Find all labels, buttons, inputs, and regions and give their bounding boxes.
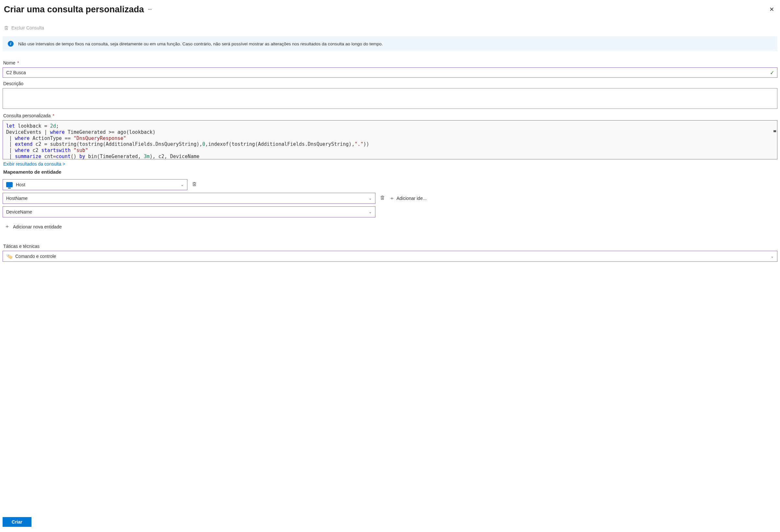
add-identifier-label: Adicionar ide... [396,196,427,201]
trash-icon [4,25,9,31]
entity-type-select[interactable]: Host ⌄ [3,179,187,190]
required-icon: * [16,60,19,65]
add-identifier-button[interactable]: ＋ Adicionar ide... [389,195,427,202]
page-title-text: Criar uma consulta personalizada [4,5,144,14]
trash-icon [192,181,197,187]
name-input[interactable] [3,67,777,78]
identifier-value-select[interactable]: DeviceName ⌄ [3,206,376,217]
view-results-link[interactable]: Exibir resultados da consulta > [3,161,65,166]
identifier-value-text: DeviceName [6,209,32,214]
entity-type-value: Host [16,182,25,187]
name-label: Nome * [3,60,777,65]
identifier-key-value: HostName [6,196,28,201]
plus-icon: ＋ [5,223,10,230]
delete-query-button[interactable]: Excluir Consulta [4,23,44,33]
chevron-down-icon: ⌄ [369,196,372,201]
host-icon [6,182,13,187]
info-banner-text: Não use intervalos de tempo fixos na con… [18,42,383,46]
tactics-label: Táticas e técnicas [3,244,777,249]
tactics-value: Comando e controle [15,254,56,259]
trash-icon [380,195,385,200]
name-label-text: Nome [3,60,15,65]
more-actions-icon[interactable]: ··· [148,7,152,12]
chevron-down-icon: ⌄ [369,210,372,214]
close-button[interactable]: ✕ [767,4,776,15]
add-entity-button[interactable]: ＋ Adicionar nova entidade [5,223,62,230]
plus-icon: ＋ [389,195,395,202]
custom-query-editor[interactable]: let lookback = 2d; DeviceEvents | where … [3,120,777,159]
entity-mapping-heading: Mapeamento de entidade [3,169,777,175]
chevron-down-icon: ⌄ [181,182,184,187]
delete-identifier-button[interactable] [380,195,385,202]
tactic-icon: 🏷️ [5,253,13,260]
delete-entity-button[interactable] [192,181,197,188]
custom-query-label: Consulta personalizada * [3,113,777,118]
identifier-key-select[interactable]: HostName ⌄ [3,193,376,204]
description-input[interactable] [3,88,777,109]
add-entity-label: Adicionar nova entidade [13,224,62,229]
chevron-down-icon: ⌄ [771,254,774,259]
page-title: Criar uma consulta personalizada ··· [4,5,152,14]
required-icon: * [51,113,54,118]
description-label: Descrição [3,81,777,86]
check-icon: ✓ [770,70,774,76]
custom-query-label-text: Consulta personalizada [3,113,51,118]
info-banner: i Não use intervalos de tempo fixos na c… [3,36,777,51]
toolbar: Excluir Consulta [3,21,777,35]
delete-query-label: Excluir Consulta [11,25,44,31]
info-icon: i [8,41,14,47]
tactics-select[interactable]: 🏷️ Comando e controle ⌄ [3,251,777,262]
scroll-thumb[interactable] [774,130,776,132]
